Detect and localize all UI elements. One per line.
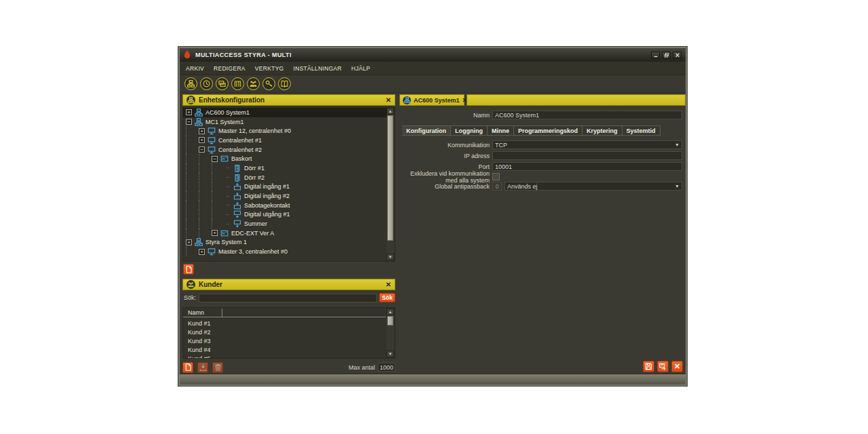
customer-row[interactable]: Kund #5 bbox=[183, 354, 386, 359]
passage-icon[interactable] bbox=[231, 77, 244, 90]
scroll-down-icon[interactable]: ▼ bbox=[387, 254, 394, 260]
persons-icon[interactable] bbox=[247, 77, 260, 90]
tree-item[interactable]: + Centralenhet #1 bbox=[183, 136, 387, 145]
tree-item[interactable]: − MC1 System1 bbox=[183, 117, 387, 127]
tree-item[interactable]: + Master 3, centralenhet #0 bbox=[183, 247, 387, 256]
editor-tab-ac600[interactable]: AC600 System1 ✕ bbox=[399, 94, 465, 106]
menu-item[interactable]: ARKIV bbox=[186, 65, 204, 72]
minimize-button[interactable] bbox=[651, 52, 660, 59]
customer-row[interactable]: Kund #4 bbox=[183, 345, 386, 354]
tree-item[interactable]: ‒ Digital ingång #1 bbox=[183, 182, 387, 192]
tree-item[interactable]: ‒ Sabotagekontakt bbox=[183, 201, 387, 210]
editor-tabbar-fill bbox=[467, 94, 686, 106]
tree-scroll-thumb[interactable] bbox=[387, 115, 393, 241]
tree-item[interactable]: + Styra System 1 bbox=[183, 238, 387, 248]
tree-guide bbox=[199, 154, 212, 163]
tree-item[interactable]: ‒ Dörr #1 bbox=[183, 163, 387, 173]
tree-item[interactable]: + EDC-EXT Ver A bbox=[183, 229, 387, 238]
ip-field[interactable] bbox=[492, 151, 682, 160]
scroll-down-icon[interactable]: ▼ bbox=[387, 351, 394, 357]
ip-label: IP adress bbox=[397, 153, 492, 159]
customer-row[interactable]: Kund #1 bbox=[183, 319, 386, 328]
config-tab[interactable]: Programmeringskod bbox=[514, 125, 583, 136]
antipassback-select[interactable]: Används ej ▼ bbox=[505, 182, 682, 191]
config-tab[interactable]: Minne bbox=[488, 125, 514, 136]
tree-expand-toggle[interactable]: − bbox=[212, 156, 218, 162]
tree-expand-toggle[interactable]: ‒ bbox=[224, 202, 231, 208]
tree-expand-toggle[interactable]: + bbox=[199, 137, 205, 143]
customer-row[interactable]: Kund #3 bbox=[183, 336, 386, 345]
tree-item[interactable]: − Baskort bbox=[183, 154, 387, 163]
tree-item[interactable]: ‒ Summer bbox=[183, 219, 387, 229]
new-customer-button[interactable] bbox=[182, 362, 193, 373]
config-tab[interactable]: Kryptering bbox=[583, 125, 623, 136]
tree-expand-toggle[interactable]: ‒ bbox=[224, 184, 231, 190]
tree-item[interactable]: ‒ Digital ingång #2 bbox=[183, 191, 387, 201]
key-icon[interactable] bbox=[262, 77, 275, 90]
tree-expand-toggle[interactable]: − bbox=[186, 119, 192, 125]
import-customer-button[interactable] bbox=[197, 362, 208, 373]
tree-expand-toggle[interactable]: ‒ bbox=[224, 212, 231, 218]
tree-scrollbar[interactable]: ▲ ▼ bbox=[387, 108, 394, 260]
menu-item[interactable]: VERKTYG bbox=[255, 65, 284, 72]
customer-row[interactable]: Kund #2 bbox=[183, 328, 386, 336]
kommunikation-select[interactable]: TCP ▼ bbox=[492, 140, 682, 149]
save-button[interactable] bbox=[643, 361, 654, 372]
port-field[interactable] bbox=[492, 162, 682, 171]
menu-item[interactable]: REDIGERA bbox=[214, 65, 245, 72]
namn-label: Namn bbox=[397, 112, 492, 119]
tree-expand-toggle[interactable]: + bbox=[212, 230, 218, 236]
cards-icon[interactable] bbox=[216, 77, 229, 90]
ip-row: IP adress bbox=[397, 151, 682, 160]
delete-customer-button[interactable] bbox=[212, 362, 223, 373]
restore-button[interactable] bbox=[662, 52, 671, 59]
customers-scrollbar[interactable]: ▲ ▼ bbox=[387, 309, 394, 357]
config-tab[interactable]: Konfiguration bbox=[402, 125, 451, 136]
menu-item[interactable]: INSTÄLLNINGAR bbox=[294, 65, 342, 72]
tree-guide bbox=[186, 247, 199, 256]
time-schedule-icon[interactable] bbox=[200, 77, 213, 90]
menu-bar: ARKIVREDIGERAVERKTYGINSTÄLLNINGARHJÄLP bbox=[180, 62, 686, 75]
search-button[interactable]: Sök bbox=[379, 293, 395, 302]
customer-search-input[interactable] bbox=[199, 294, 377, 302]
title-bar: MULTIACCESS STYRA - MULTI bbox=[180, 48, 686, 62]
tree-item[interactable]: ‒ Dörr #2 bbox=[183, 173, 387, 182]
transfer-button[interactable] bbox=[657, 361, 669, 372]
close-button[interactable] bbox=[673, 52, 682, 59]
system-icon bbox=[403, 96, 411, 104]
tree-expand-toggle[interactable]: ‒ bbox=[224, 193, 231, 199]
column-header-namn[interactable]: Namn bbox=[183, 309, 222, 317]
exkludera-checkbox[interactable] bbox=[492, 173, 500, 180]
tree-item[interactable]: ‒ Digital utgång #1 bbox=[183, 210, 387, 220]
namn-field[interactable] bbox=[492, 111, 682, 119]
tree-expand-toggle[interactable]: − bbox=[199, 146, 205, 153]
max-antal-value[interactable]: 1000 bbox=[378, 363, 395, 372]
config-tab[interactable]: Loggning bbox=[451, 125, 488, 136]
tree-expand-toggle[interactable]: + bbox=[199, 128, 205, 134]
close-editor-button[interactable]: ✕ bbox=[671, 361, 683, 372]
customers-close-icon[interactable]: ✕ bbox=[386, 281, 391, 288]
tree-item[interactable]: − Centralenhet #2 bbox=[183, 145, 387, 155]
scroll-up-icon[interactable]: ▲ bbox=[387, 108, 394, 115]
tree-expand-toggle[interactable]: + bbox=[186, 239, 192, 245]
tree-expand-toggle[interactable]: + bbox=[199, 249, 205, 255]
namn-row: Namn bbox=[397, 111, 682, 119]
tree-guide bbox=[212, 173, 224, 182]
new-system-button[interactable] bbox=[183, 264, 194, 275]
scroll-up-icon[interactable]: ▲ bbox=[387, 309, 394, 315]
device-config-close-icon[interactable]: ✕ bbox=[386, 96, 391, 104]
tree-item[interactable]: + AC600 System1 bbox=[183, 108, 387, 117]
tree-item[interactable]: + Master 12, centralenhet #0 bbox=[183, 126, 387, 136]
device-config-icon[interactable] bbox=[184, 77, 197, 90]
menu-item[interactable]: HJÄLP bbox=[351, 65, 370, 72]
tree-guide bbox=[199, 173, 212, 182]
tree-expand-toggle[interactable]: ‒ bbox=[224, 174, 231, 180]
customers-scroll-thumb[interactable] bbox=[387, 316, 393, 326]
tree-expand-toggle[interactable]: ‒ bbox=[224, 221, 231, 227]
tree-expand-toggle[interactable]: ‒ bbox=[224, 165, 231, 171]
logbook-icon[interactable] bbox=[278, 77, 291, 90]
device-tree: + AC600 System1 − MC1 System1 bbox=[182, 106, 395, 262]
tree-item-label: Centralenhet #2 bbox=[218, 146, 262, 153]
tree-expand-toggle[interactable]: + bbox=[186, 109, 192, 115]
config-tab[interactable]: Systemtid bbox=[623, 125, 660, 136]
